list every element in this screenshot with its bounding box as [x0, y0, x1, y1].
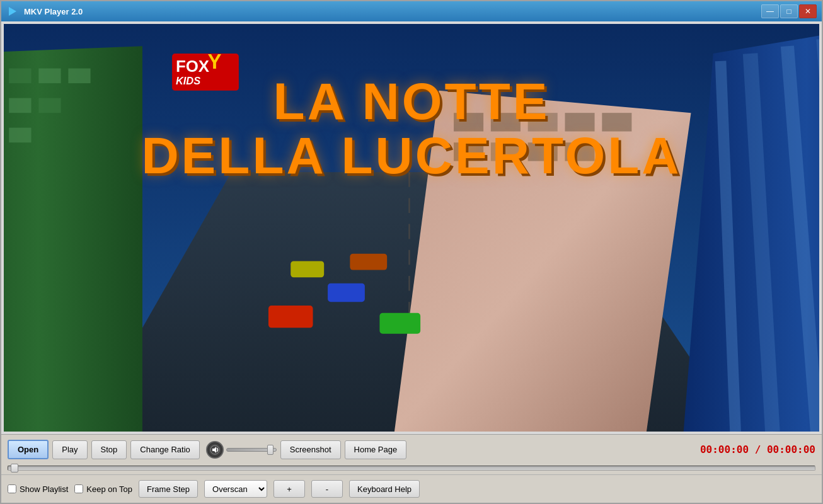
minus-button[interactable]: -: [311, 480, 343, 498]
window-controls: — □ ✕: [761, 4, 817, 18]
controls-bar: Open Play Stop Change Ratio Screenshot H…: [1, 434, 822, 464]
main-window: MKV Player 2.0 — □ ✕: [0, 0, 823, 504]
time-total: 00:00:00: [767, 444, 815, 455]
time-separator: /: [749, 444, 767, 455]
change-ratio-button[interactable]: Change Ratio: [130, 440, 200, 459]
show-playlist-checkbox-group[interactable]: Show Playlist: [8, 484, 68, 494]
maximize-button[interactable]: □: [780, 4, 798, 18]
show-playlist-checkbox[interactable]: [8, 484, 16, 493]
speaker-icon[interactable]: [206, 441, 224, 459]
open-button[interactable]: Open: [8, 440, 49, 459]
svg-rect-36: [350, 254, 387, 270]
seek-thumb[interactable]: [11, 464, 18, 472]
time-current: 00:00:00: [700, 444, 749, 455]
play-button[interactable]: Play: [52, 440, 87, 459]
seek-bar[interactable]: [8, 466, 815, 471]
bottom-bar: Show Playlist Keep on Top Frame Step Ove…: [1, 474, 822, 503]
home-page-button[interactable]: Home Page: [345, 440, 407, 459]
video-title: LA NOTTE DELLA LUCERTOLA: [4, 74, 819, 183]
svg-marker-0: [9, 7, 16, 16]
svg-text:Y: Y: [208, 50, 222, 73]
video-canvas: FOX KIDS Y LA NOTTE DELLA LUCERTOLA: [4, 24, 819, 432]
video-title-container: LA NOTTE DELLA LUCERTOLA: [4, 74, 819, 183]
svg-rect-34: [379, 313, 420, 334]
screenshot-button[interactable]: Screenshot: [280, 440, 341, 459]
app-icon: [6, 5, 19, 18]
minimize-button[interactable]: —: [761, 4, 779, 18]
svg-rect-35: [291, 261, 324, 277]
svg-rect-32: [268, 306, 313, 328]
time-display: 00:00:00 / 00:00:00: [700, 444, 815, 455]
plus-button[interactable]: +: [273, 480, 305, 498]
keep-on-top-checkbox-group[interactable]: Keep on Top: [74, 484, 132, 494]
frame-step-button[interactable]: Frame Step: [139, 480, 198, 498]
title-bar-left: MKV Player 2.0: [6, 5, 83, 18]
title-bar: MKV Player 2.0 — □ ✕: [1, 1, 822, 21]
show-playlist-label: Show Playlist: [20, 484, 68, 494]
seek-bar-container: [1, 464, 822, 474]
svg-text:FOX: FOX: [176, 57, 210, 75]
close-button[interactable]: ✕: [799, 4, 817, 18]
keep-on-top-label: Keep on Top: [86, 484, 132, 494]
overscan-dropdown[interactable]: Overscan None Small Medium Large: [204, 480, 267, 498]
window-title: MKV Player 2.0: [24, 7, 83, 16]
volume-thumb[interactable]: [267, 445, 273, 455]
volume-control: [206, 441, 277, 459]
volume-slider[interactable]: [226, 448, 277, 452]
keyboard-help-button[interactable]: Keyboard Help: [349, 480, 420, 498]
keep-on-top-checkbox[interactable]: [74, 484, 83, 493]
video-area: FOX KIDS Y LA NOTTE DELLA LUCERTOLA: [4, 24, 819, 432]
stop-button[interactable]: Stop: [91, 440, 127, 459]
svg-rect-33: [328, 284, 365, 302]
